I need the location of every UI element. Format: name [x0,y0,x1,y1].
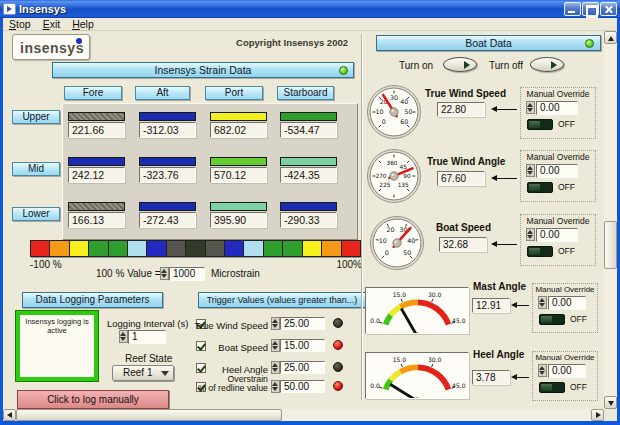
scroll-right-icon[interactable] [591,409,604,421]
mast-angle-meter: 0.015.030.045.0 [365,287,469,334]
svg-text:50: 50 [404,108,412,115]
app-window: Insensys Stop Exit Help insensys Copyrig… [0,0,620,425]
strain-value[interactable]: -534.47 [280,122,337,138]
strain-color-scale [30,240,362,257]
strain-bar [280,157,337,166]
trigger-led [333,381,343,391]
override-value-input[interactable]: 0.00 [548,364,586,378]
override-toggle[interactable] [527,119,553,130]
gauge-value[interactable]: 32.68 [439,237,487,252]
gauge-value[interactable]: 3.78 [472,370,510,385]
manual-log-button[interactable]: Click to log manually [17,390,169,409]
override-spinner[interactable] [538,296,547,309]
horizontal-scrollbar[interactable] [3,409,604,421]
trigger-led [333,318,343,328]
gauge-value[interactable]: 67.60 [437,171,485,186]
vertical-scroll-thumb[interactable] [604,221,617,269]
strain-value[interactable]: -323.76 [139,167,196,183]
override-value-input[interactable]: 0.00 [536,164,578,178]
menu-stop[interactable]: Stop [3,18,37,30]
scale-segment [303,241,322,256]
strain-value[interactable]: 242.12 [68,167,125,183]
override-value-input[interactable]: 0.00 [536,101,578,115]
override-toggle[interactable] [539,382,565,393]
minimize-button[interactable] [564,2,581,16]
override-spinner[interactable] [526,101,535,114]
trigger-value-input[interactable]: 50.00 [280,380,325,393]
logging-interval-spinner[interactable] [119,330,128,343]
trigger-led [333,340,343,350]
strain-value[interactable]: 570.12 [210,167,267,183]
scroll-left-icon[interactable] [3,409,16,421]
override-spinner[interactable] [526,164,535,177]
column-header-port[interactable]: Port [205,86,263,100]
trigger-spinner[interactable] [271,380,280,393]
true-wind-angle-gauge: 4590135225270360 [366,148,422,204]
trigger-spinner[interactable] [271,317,280,330]
strain-value[interactable]: 682.02 [210,122,267,138]
svg-text:10: 10 [379,237,387,244]
row-label-lower[interactable]: Lower [12,207,60,221]
strain-status-led [339,66,348,75]
trigger-value-input[interactable]: 25.00 [280,361,325,374]
strain-bar [139,157,196,166]
title-bar[interactable]: Insensys [0,0,620,18]
gauge-value[interactable]: 22.80 [437,102,485,117]
svg-text:0: 0 [382,118,386,125]
trigger-value-input[interactable]: 15.00 [280,339,325,352]
override-value-input[interactable]: 0.00 [548,296,586,310]
scale-segment [283,241,302,256]
strain-value[interactable]: 221.66 [68,122,125,138]
gauge-label: Heel Angle [473,349,524,360]
trigger-value-input[interactable]: 25.00 [280,317,325,330]
vertical-scrollbar[interactable] [604,31,617,409]
gauge-value[interactable]: 12.91 [472,298,510,313]
override-spinner[interactable] [538,364,547,377]
pointer-arrow-icon [491,241,517,248]
strain-value[interactable]: -312.03 [139,122,196,138]
trigger-spinner[interactable] [271,339,280,352]
logging-interval-input[interactable]: 1 [128,330,166,344]
strain-bar [68,112,125,121]
turn-on-button[interactable] [443,57,477,72]
override-toggle[interactable] [527,246,553,257]
scroll-up-icon[interactable] [604,31,617,44]
strain-bar [68,157,125,166]
override-toggle[interactable] [527,182,553,193]
maximize-button[interactable] [582,2,599,16]
column-header-fore[interactable]: Fore [64,86,122,100]
strain-value[interactable]: 166.13 [68,212,125,228]
strain-value[interactable]: -424.35 [280,167,337,183]
override-state-label: OFF [570,382,587,392]
svg-text:360: 360 [386,160,397,166]
scale-segment [89,241,108,256]
reef-state-dropdown[interactable]: Reef 1 [112,365,174,381]
strain-value[interactable]: -290.33 [280,212,337,228]
override-spinner[interactable] [526,228,535,241]
scroll-down-icon[interactable] [604,396,617,409]
strain-value[interactable]: 395.90 [210,212,267,228]
column-header-aft[interactable]: Aft [135,86,190,100]
menu-help[interactable]: Help [66,18,100,30]
microstrain-value-input[interactable]: 1000 [169,267,205,281]
gauge-label: True Wind Angle [427,156,505,167]
trigger-spinner[interactable] [271,361,280,374]
strain-value[interactable]: -272.43 [139,212,196,228]
turn-off-button[interactable] [530,57,564,72]
close-button[interactable] [600,2,617,16]
row-label-mid[interactable]: Mid [12,162,60,176]
menu-exit[interactable]: Exit [37,18,67,30]
microstrain-spinner[interactable] [160,267,169,280]
column-header-starboard[interactable]: Starboard [277,86,334,100]
override-value-input[interactable]: 0.00 [536,228,578,242]
scale-segment [147,241,166,256]
row-label-upper[interactable]: Upper [12,110,60,124]
turn-off-label: Turn off [489,60,523,71]
override-toggle[interactable] [539,314,565,325]
front-panel: insensys Copyright Insensys 2002 Insensy… [3,31,604,409]
svg-text:30.0: 30.0 [428,291,442,298]
svg-text:60: 60 [400,118,408,125]
boat-data-header: Boat Data [376,35,601,51]
scale-segment [70,241,89,256]
horizontal-scroll-thumb[interactable] [16,409,282,421]
